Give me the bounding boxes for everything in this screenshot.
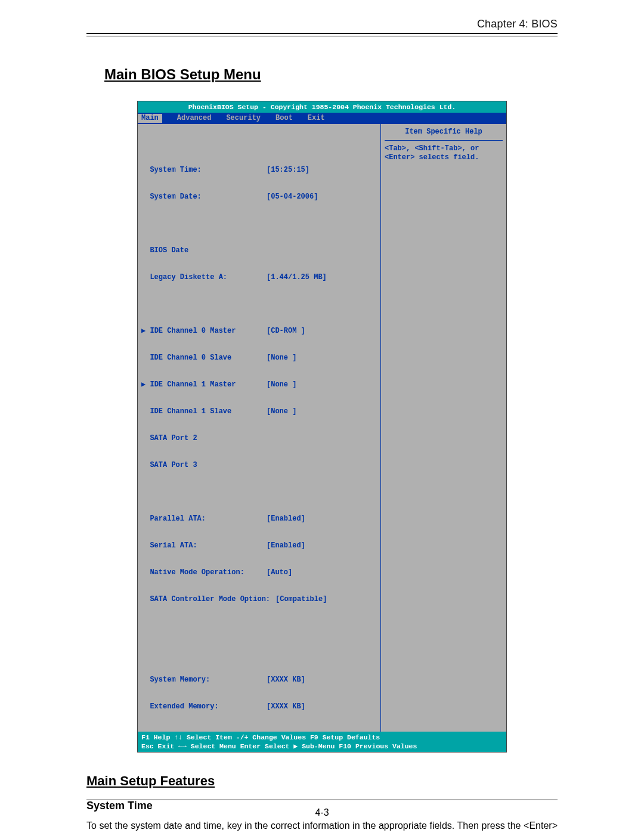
footer-rule — [86, 800, 558, 800]
bios-menu-bar: Main Advanced Security Boot Exit — [138, 113, 506, 124]
sata3-label: SATA Port 3 — [150, 461, 197, 469]
sctrl-value: [Compatible] — [275, 595, 327, 604]
field-sata3[interactable]: SATA Port 3 — [141, 461, 377, 470]
page-title: Main BIOS Setup Menu — [104, 66, 558, 83]
field-extended-memory: Extended Memory: [XXXX KB] — [141, 702, 377, 711]
bios-tab-exit[interactable]: Exit — [308, 114, 325, 123]
field-native-mode[interactable]: Native Mode Operation: [Auto] — [141, 568, 377, 577]
system-date-label: System Date: — [150, 193, 201, 201]
field-ide1-master[interactable]: ▶ IDE Channel 1 Master [None ] — [141, 380, 377, 389]
sata-label: Serial ATA: — [150, 541, 197, 550]
triangle-right-icon: ▶ — [141, 327, 145, 335]
field-serial-ata[interactable]: Serial ATA: [Enabled] — [141, 541, 377, 550]
pata-label: Parallel ATA: — [150, 515, 206, 523]
ide1s-value: [None ] — [267, 407, 296, 416]
extmem-value: [XXXX KB] — [267, 702, 305, 711]
bios-date-label: BIOS Date — [150, 246, 188, 255]
bios-help-line: <Enter> selects field. — [385, 153, 503, 162]
document-page: Chapter 4: BIOS Main BIOS Setup Menu Pho… — [0, 0, 644, 833]
system-date-value: [05-04-2006] — [267, 193, 318, 202]
bios-banner: PhoenixBIOS Setup - Copyright 1985-2004 … — [138, 101, 506, 113]
bios-left-panel: System Time: [15:25:15] System Date: [05… — [138, 124, 381, 732]
sysmem-value: [XXXX KB] — [267, 676, 305, 685]
bios-help-title: Item Specific Help — [385, 126, 503, 141]
ide0m-value: [CD-ROM ] — [267, 327, 305, 336]
sctrl-label: SATA Controller Mode Option: — [150, 595, 270, 603]
ide0m-label: IDE Channel 0 Master — [150, 327, 236, 335]
bios-tab-advanced[interactable]: Advanced — [177, 114, 212, 123]
field-parallel-ata[interactable]: Parallel ATA: [Enabled] — [141, 515, 377, 524]
pata-value: [Enabled] — [267, 515, 305, 524]
field-system-date[interactable]: System Date: [05-04-2006] — [141, 193, 377, 202]
bios-screenshot: PhoenixBIOS Setup - Copyright 1985-2004 … — [137, 101, 507, 753]
bios-tab-boot[interactable]: Boot — [275, 114, 293, 123]
legacy-a-value: [1.44/1.25 MB] — [267, 273, 327, 282]
native-label: Native Mode Operation: — [150, 568, 244, 577]
system-time-value: [15:25:15] — [267, 166, 309, 175]
bios-help-line: <Tab>, <Shift-Tab>, or — [385, 144, 503, 153]
ide1s-label: IDE Channel 1 Slave — [150, 407, 231, 416]
page-number: 4-3 — [0, 807, 644, 818]
field-sata2[interactable]: SATA Port 2 — [141, 434, 377, 443]
bios-command-bar: F1 Help ↑↓ Select Item -/+ Change Values… — [138, 732, 506, 752]
bios-tab-security[interactable]: Security — [226, 114, 261, 123]
field-ide1-slave[interactable]: IDE Channel 1 Slave [None ] — [141, 407, 377, 416]
ide0s-label: IDE Channel 0 Slave — [150, 354, 231, 362]
chapter-header: Chapter 4: BIOS — [86, 18, 558, 30]
field-sata-controller-mode[interactable]: SATA Controller Mode Option: [Compatible… — [141, 595, 377, 604]
sata2-label: SATA Port 2 — [150, 434, 197, 442]
field-bios-date: BIOS Date — [141, 246, 377, 255]
extmem-label: Extended Memory: — [150, 702, 218, 711]
ide1m-value: [None ] — [267, 380, 296, 389]
paragraph: To set the system date and time, key in … — [86, 818, 558, 833]
system-time-label: System Time: — [150, 166, 201, 174]
legacy-a-label: Legacy Diskette A: — [150, 273, 227, 281]
bios-cmd-row: F1 Help ↑↓ Select Item -/+ Change Values… — [141, 733, 503, 742]
field-system-time[interactable]: System Time: [15:25:15] — [141, 166, 377, 175]
header-rule — [86, 33, 558, 36]
ide1m-label: IDE Channel 1 Master — [150, 380, 236, 389]
sata-value: [Enabled] — [267, 541, 305, 550]
section-title: Main Setup Features — [86, 773, 558, 789]
bios-cmd-row: Esc Exit ←→ Select Menu Enter Select ▶ S… — [141, 742, 503, 751]
ide0s-value: [None ] — [267, 354, 296, 363]
native-value: [Auto] — [267, 568, 292, 577]
field-ide0-master[interactable]: ▶ IDE Channel 0 Master [CD-ROM ] — [141, 327, 377, 336]
field-system-memory: System Memory: [XXXX KB] — [141, 676, 377, 685]
field-legacy-a[interactable]: Legacy Diskette A: [1.44/1.25 MB] — [141, 273, 377, 282]
sysmem-label: System Memory: — [150, 676, 210, 684]
triangle-right-icon: ▶ — [141, 380, 145, 389]
bios-tab-main[interactable]: Main — [138, 114, 162, 123]
field-ide0-slave[interactable]: IDE Channel 0 Slave [None ] — [141, 354, 377, 363]
bios-help-panel: Item Specific Help <Tab>, <Shift-Tab>, o… — [381, 124, 506, 732]
